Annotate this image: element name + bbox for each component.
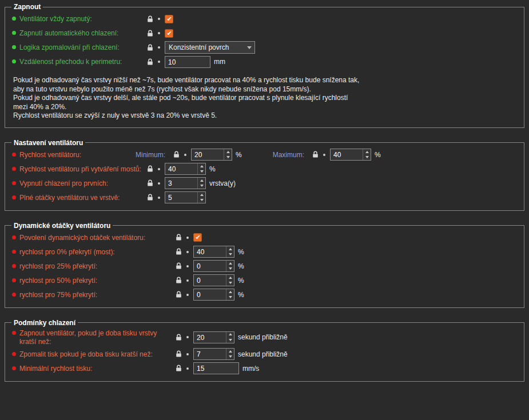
section-note: Pokud je odhadovaný čas vrstvy nižší než… [13, 76, 517, 121]
vzdalenost-prechodu-k-perimetru-input[interactable]: 10 [165, 56, 210, 68]
logika-zpomalovani-pri-chlazeni-select[interactable]: Konzistentní povrch [165, 41, 255, 54]
rychlost-ventilatoru-min-input[interactable]: 20 [191, 149, 232, 161]
chevron-down-icon [244, 46, 254, 49]
spin-up-button[interactable] [198, 192, 205, 198]
setting-control: 5 [147, 191, 206, 203]
triangle-down-icon [229, 282, 232, 284]
spin-down-button[interactable] [226, 252, 234, 258]
spin-up-button[interactable] [226, 261, 234, 266]
unit-label: % [238, 277, 244, 285]
unit-label: mm/s [242, 365, 259, 373]
lock-icon[interactable] [176, 291, 182, 298]
modified-dot-icon [184, 154, 186, 156]
lock-icon[interactable] [176, 248, 182, 255]
checkmark-icon: ✔ [166, 15, 172, 23]
rychlost-ventilatoru-pri-vytvareni-mostu-input[interactable]: 40 [165, 163, 206, 175]
spin-down-button[interactable] [363, 155, 371, 161]
rychlost-pro-50-prekryti-value: 0 [194, 275, 226, 286]
spin-down-button[interactable] [198, 169, 205, 175]
lock-icon[interactable] [173, 151, 180, 158]
spin-up-button[interactable] [226, 275, 234, 281]
option-label: Zpomalit tisk pokud je doba tisku kratší… [19, 350, 176, 359]
triangle-down-icon [229, 355, 232, 358]
section-legend: Nastavení ventilátoru [11, 139, 85, 147]
triangle-up-icon [365, 151, 369, 153]
zpomalit-tisk-pokud-je-doba-tisku-kratsi-nez-input[interactable]: 7 [193, 348, 234, 360]
rychlost-pro-0-prekryti-most-input[interactable]: 40 [193, 246, 234, 258]
rychlost-ventilatoru-pri-vytvareni-mostu-value: 40 [165, 163, 197, 174]
spin-down-button[interactable] [198, 183, 205, 189]
lock-icon[interactable] [176, 350, 182, 358]
spin-up-button[interactable] [226, 332, 234, 338]
rychlost-pro-50-prekryti-input[interactable]: 0 [193, 274, 234, 286]
spin-buttons [226, 289, 234, 300]
zapnuti-automatickeho-chlazeni-checkbox[interactable]: ✔ [165, 29, 173, 38]
setting-control: 20% [173, 149, 242, 161]
lock-icon[interactable] [176, 234, 182, 241]
spin-down-button[interactable] [226, 337, 234, 343]
option-state-dot [12, 153, 16, 157]
section-podminky-chlazeni: Podmínky chlazeníZapnout ventilátor, pok… [5, 319, 524, 382]
triangle-up-icon [200, 179, 204, 182]
triangle-up-icon [226, 151, 230, 153]
spin-up-button[interactable] [226, 289, 234, 295]
rychlost-pro-0-prekryti-most-value: 40 [194, 246, 226, 257]
modified-dot-icon [158, 46, 160, 49]
spin-up-button[interactable] [363, 149, 371, 155]
setting-row-rychlost-pro-25-prekryti: rychlost pro 25% překrytí:0% [12, 260, 518, 273]
option-label: Ventilátor vždy zapnutý: [19, 14, 147, 23]
spin-down-button[interactable] [226, 281, 234, 286]
modified-dot-icon [186, 265, 189, 267]
spin-up-button[interactable] [226, 349, 234, 354]
plne-otacky-ventilatoru-ve-vrstve-value: 5 [165, 192, 197, 203]
triangle-up-icon [229, 333, 232, 335]
lock-icon[interactable] [147, 44, 153, 51]
zapnout-ventilator-pokud-je-doba-tisku-vrstvy-kratsi-nez-input[interactable]: 20 [193, 331, 234, 343]
setting-control: 15mm/s [176, 362, 259, 374]
lock-icon[interactable] [147, 30, 153, 37]
lock-icon[interactable] [176, 365, 182, 372]
setting-row-zapnuti-automatickeho-chlazeni: Zapnutí automatického chlazení:✔ [12, 27, 518, 39]
option-state-dot [12, 167, 16, 171]
lock-icon[interactable] [176, 277, 182, 284]
spin-up-button[interactable] [198, 178, 205, 183]
option-label: Vzdálenost přechodu k perimetru: [19, 57, 147, 66]
option-label-wrap: Minimální rychlost tisku: [12, 364, 176, 373]
setting-row-rychlost-pro-75-prekryti: rychlost pro 75% překrytí:0% [12, 289, 518, 301]
spin-down-button[interactable] [198, 198, 205, 203]
lock-icon[interactable] [147, 179, 153, 187]
spin-down-button[interactable] [224, 155, 232, 161]
setting-row-ventilator-vzdy-zapnuty: Ventilátor vždy zapnutý:✔ [12, 13, 518, 25]
modified-dot-icon [186, 353, 189, 355]
lock-icon[interactable] [147, 58, 153, 66]
spin-up-button[interactable] [226, 246, 234, 252]
rychlost-ventilatoru-max-input[interactable]: 40 [330, 149, 371, 161]
lock-icon[interactable] [176, 262, 182, 270]
vypnuti-chlazeni-pro-prvnich-input[interactable]: 3 [165, 177, 206, 189]
setting-row-rychlost-pro-0-prekryti-most: rychlost pro 0% překrytí (most):40% [12, 246, 518, 258]
plne-otacky-ventilatoru-ve-vrstve-input[interactable]: 5 [165, 191, 206, 203]
spin-up-button[interactable] [224, 149, 232, 155]
povoleni-dynamickych-otacek-ventilatoru-checkbox[interactable]: ✔ [193, 233, 202, 242]
modified-dot-icon [158, 182, 160, 185]
spin-down-button[interactable] [226, 295, 234, 301]
rychlost-pro-25-prekryti-value: 0 [194, 261, 226, 271]
rychlost-pro-25-prekryti-input[interactable]: 0 [193, 260, 234, 272]
zapnout-ventilator-pokud-je-doba-tisku-vrstvy-kratsi-nez-value: 20 [194, 332, 226, 343]
modified-dot-icon [158, 197, 160, 199]
spin-down-button[interactable] [226, 354, 234, 360]
lock-icon[interactable] [147, 194, 153, 201]
ventilator-vzdy-zapnuty-checkbox[interactable]: ✔ [165, 15, 173, 23]
section-legend: Dynamické otáčky ventilátoru [11, 222, 113, 230]
lock-icon[interactable] [176, 334, 182, 341]
lock-icon[interactable] [312, 151, 319, 158]
lock-icon[interactable] [147, 15, 153, 23]
option-label: rychlost pro 25% překrytí: [19, 262, 176, 271]
minimalni-rychlost-tisku-input[interactable]: 15 [193, 362, 239, 374]
rychlost-pro-75-prekryti-input[interactable]: 0 [193, 289, 234, 301]
unit-label: % [238, 291, 244, 299]
spin-up-button[interactable] [198, 163, 205, 169]
option-label: Zapnutí automatického chlazení: [19, 29, 147, 38]
spin-down-button[interactable] [226, 266, 234, 272]
lock-icon[interactable] [147, 165, 153, 173]
